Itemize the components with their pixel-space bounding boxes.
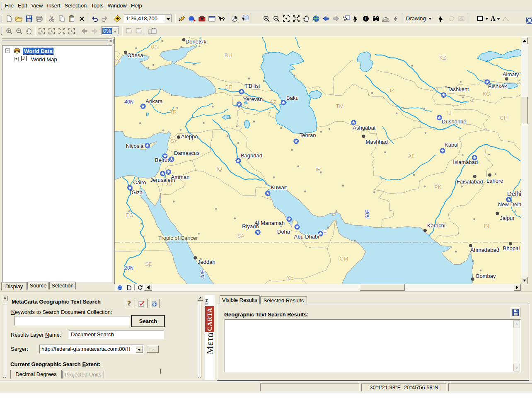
svg-text:Al Manamah: Al Manamah [254, 220, 285, 226]
svg-text:SY: SY [170, 138, 178, 144]
svg-text:Giza: Giza [132, 189, 143, 195]
svg-text:Ankara: Ankara [145, 98, 163, 104]
svg-text:i: i [365, 16, 366, 21]
svg-text:New Delhi: New Delhi [498, 201, 521, 207]
svg-text:Bombay: Bombay [476, 273, 496, 279]
svg-text:Yerevan: Yerevan [243, 96, 263, 102]
svg-text:Mashhad: Mashhad [366, 139, 388, 145]
svg-text:GE: GE [225, 84, 232, 90]
svg-text:Odesa: Odesa [127, 52, 143, 58]
svg-text:Jeddah: Jeddah [198, 259, 215, 265]
svg-text:Nicosia: Nicosia [126, 143, 144, 149]
svg-text:Islamabad: Islamabad [453, 159, 478, 165]
svg-text:Bhopal: Bhopal [503, 245, 520, 251]
svg-text:SA: SA [237, 233, 244, 239]
svg-text:Baku: Baku [286, 95, 299, 101]
svg-text:Cairo: Cairo [133, 179, 146, 186]
svg-text:TR: TR [169, 109, 177, 115]
svg-text:Karachi: Karachi [427, 222, 445, 229]
svg-text:AZ: AZ [269, 99, 276, 105]
svg-text:YE: YE [287, 275, 294, 281]
svg-text:Dushanbe: Dushanbe [442, 118, 466, 125]
svg-text:Kuwait: Kuwait [271, 184, 287, 191]
svg-text:PK: PK [434, 184, 442, 190]
svg-text:Damascus: Damascus [174, 150, 200, 156]
svg-text:20N: 20N [124, 265, 133, 271]
svg-text:Tashkent: Tashkent [447, 86, 469, 92]
svg-text:AF: AF [408, 153, 415, 159]
svg-text:Beirut: Beirut [155, 157, 169, 163]
svg-text:KG: KG [483, 91, 491, 97]
svg-text:RU: RU [225, 52, 232, 58]
svg-text:TJ: TJ [445, 110, 451, 116]
svg-text:Ashgabat: Ashgabat [353, 125, 375, 131]
svg-text:Donets'k: Donets'k [186, 39, 207, 45]
svg-text:60E: 60E [365, 210, 370, 219]
svg-text:Amman: Amman [171, 174, 190, 180]
svg-text:Almaty: Almaty [503, 71, 519, 77]
svg-text:UA: UA [150, 43, 158, 50]
svg-text:Jaipur: Jaipur [500, 215, 515, 221]
svg-text:40E: 40E [200, 270, 206, 279]
svg-text:EG: EG [126, 212, 133, 218]
svg-text:Aleppo: Aleppo [181, 133, 198, 140]
svg-text:Delhi: Delhi [507, 190, 521, 197]
svg-text:40N: 40N [124, 99, 133, 105]
svg-text:IQ: IQ [217, 166, 222, 172]
svg-text:SD: SD [145, 261, 152, 267]
svg-text:Ahmadabad: Ahmadabad [470, 247, 499, 253]
svg-text:Kabul: Kabul [445, 142, 458, 148]
svg-text:Doha: Doha [277, 229, 290, 235]
svg-text:Tropic of Cancer: Tropic of Cancer [158, 235, 198, 241]
svg-text:OM: OM [339, 256, 348, 262]
svg-text:T'Bilisi: T'Bilisi [244, 83, 260, 89]
svg-text:RO: RO [115, 58, 121, 64]
svg-text:TM: TM [336, 103, 344, 109]
svg-text:?: ? [222, 16, 225, 22]
svg-text:IN: IN [484, 223, 489, 229]
svg-text:CH: CH [500, 115, 508, 121]
svg-text:Baghdad: Baghdad [241, 152, 262, 159]
svg-text:Bishkek: Bishkek [488, 83, 507, 89]
svg-text:?: ? [127, 299, 131, 306]
svg-text:Abu Dhabi: Abu Dhabi [294, 234, 319, 240]
svg-text:Tehran: Tehran [300, 132, 316, 138]
svg-text:Faisalabad: Faisalabad [457, 178, 483, 185]
svg-text:KZ: KZ [439, 55, 446, 61]
svg-text:Lahore: Lahore [486, 178, 503, 184]
svg-text:UZ: UZ [387, 87, 394, 94]
